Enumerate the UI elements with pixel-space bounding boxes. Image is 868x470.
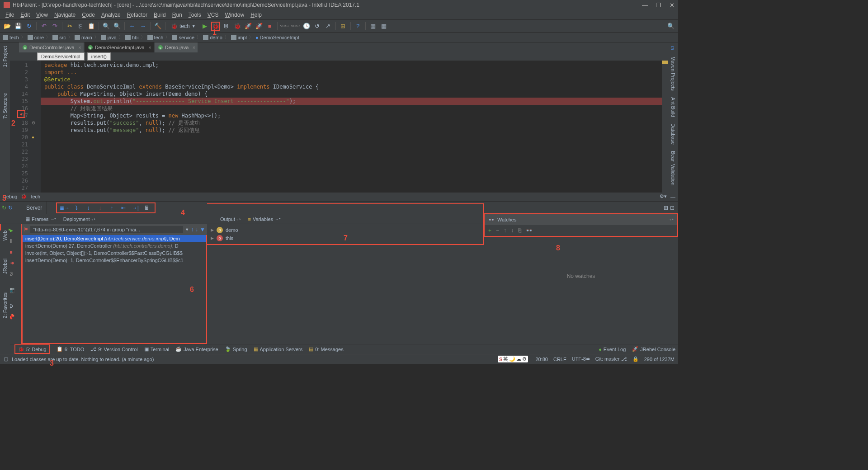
menu-run[interactable]: Run [170,11,185,19]
vcs-commit-icon[interactable]: VCS↑ [291,22,300,31]
update-icon[interactable]: ↻ [8,205,13,211]
settings-icon[interactable]: ⚙▾ [660,193,667,199]
profile-icon[interactable]: 🐞 [233,22,242,31]
jrebel-debug-icon[interactable]: 🚀 [255,22,264,31]
close-tab-icon[interactable]: × [193,45,195,50]
jrebel-tool-button[interactable]: JRebel [2,258,8,274]
menu-tools[interactable]: Tools [186,11,204,19]
editor-tab[interactable]: cDemoServiceImpl.java× [85,42,154,52]
maximize-button[interactable]: ❐ [656,2,661,9]
run-to-cursor-icon[interactable]: →| [130,203,140,213]
breadcrumb-item[interactable]: demo [203,35,222,40]
menu-help[interactable]: Help [248,11,264,19]
step-over-icon[interactable]: ⤵ [71,203,81,213]
coverage-icon[interactable]: ⛨ [222,22,231,31]
code-area[interactable]: package hbi.tech.service.demo.impl;impor… [41,61,662,193]
vcs-tool-button[interactable]: ⎇9: Version Control [90,346,137,352]
menu-view[interactable]: View [33,11,51,19]
variables-list[interactable]: ▶pdemo▶othis [207,224,483,244]
structure-icon[interactable]: ⊞ [339,22,348,31]
minimize-button[interactable]: — [642,2,648,9]
toggle-tools-icon[interactable]: ▢ [4,356,8,362]
messages-tool-button[interactable]: ▤0: Messages [309,346,343,352]
editor-body[interactable]: 12341415161718192021222324252627 ⊖● pack… [10,61,668,193]
vcs-push-icon[interactable]: ↗ [324,22,333,31]
close-button[interactable]: ✕ [670,2,675,9]
menu-vcs[interactable]: VCS [205,11,222,19]
save-icon[interactable]: 💾 [14,22,23,31]
cut-icon[interactable]: ✂ [65,22,74,31]
menu-file[interactable]: File [3,11,17,19]
thread-dropdown-icon[interactable]: ▼ [185,227,189,232]
editor-tab[interactable]: cDemo.java× [155,42,198,52]
rerun-icon[interactable]: ↻ [2,205,6,211]
step-into-icon[interactable]: ↓ [83,203,93,213]
memory-indicator[interactable]: 290 of 1237M [644,357,675,362]
line-separator[interactable]: CRLF [553,357,566,362]
search-everywhere-icon[interactable]: 🔍 [666,22,675,31]
step-out-icon[interactable]: ↑ [107,203,117,213]
remove-watch-icon[interactable]: − [496,227,499,234]
favorites-tool-button[interactable]: 2: Favorites [2,292,8,318]
nav-class[interactable]: DemoServiceImpl [37,52,85,61]
ant-tool-button[interactable]: Ant Build [670,95,676,119]
layout-icon[interactable]: ⊞ [664,205,668,211]
lock-icon[interactable]: 🔒 [632,356,639,362]
jrebel-console-button[interactable]: 🚀JRebel Console [632,346,675,352]
watches-collapse-icon[interactable]: →* [668,217,674,222]
event-log-button[interactable]: ●Event Log [599,347,626,352]
thread-selector[interactable]: "http-nio-8080-exec-10"@17,674 in group … [30,226,183,233]
force-step-into-icon[interactable]: ↓ [95,203,105,213]
menu-edit[interactable]: Edit [18,11,33,19]
menu-navigate[interactable]: Navigate [52,11,78,19]
frame-item[interactable]: insertDemo(Demo):27, DemoController (hbi… [23,242,206,249]
server-tab[interactable]: Server [22,202,47,214]
open-icon[interactable]: 📂 [3,22,12,31]
breadcrumb-item[interactable]: service [172,35,194,40]
breadcrumb-item[interactable]: tech [3,35,19,40]
ime-indicator[interactable]: S英🌙☁⚙ [498,356,528,362]
frame-item[interactable]: insertDemo(Demo):-1, DemoController$$Enh… [23,257,206,264]
vcs-revert-icon[interactable]: ↺ [313,22,322,31]
debug-icon[interactable]: 🐞 [211,22,220,31]
show-execution-icon[interactable]: ≣→ [60,203,70,213]
copy-icon[interactable]: ⎘ [76,22,85,31]
maven-tool-label[interactable]: Maven Projects [670,55,676,93]
build-icon[interactable]: 🔨 [153,22,162,31]
prev-frame-icon[interactable]: ↑ [191,226,193,233]
vcs-history-icon[interactable]: 🕓 [302,22,311,31]
web-tool-button[interactable]: Web [2,230,8,240]
frames-tab[interactable]: ▦Frames→* [22,216,60,222]
undo-icon[interactable]: ↶ [39,22,48,31]
replace-icon[interactable]: 🔍 [113,22,122,31]
encoding[interactable]: UTF-8≑ [572,356,590,362]
frame-item[interactable]: invoke(int, Object, Object[]):-1, DemoCo… [23,249,206,257]
add-watch-icon[interactable]: + [488,227,491,234]
menu-window[interactable]: Window [222,11,247,19]
vcs-update-icon[interactable]: VCS↓ [280,22,289,31]
breadcrumb-item[interactable]: hbi [125,35,139,40]
menu-analyze[interactable]: Analyze [99,11,123,19]
bean-validation-tool-button[interactable]: Bean Validation [670,149,676,187]
project-tool-button[interactable]: 1: Project [2,44,8,69]
back-icon[interactable]: ← [127,22,137,31]
next-frame-icon[interactable]: ↓ [195,226,198,233]
watch-up-icon[interactable]: ↑ [504,227,506,234]
drop-frame-icon[interactable]: ⇤ [118,203,128,213]
help-icon[interactable]: ? [354,22,363,31]
breadcrumb-item[interactable]: java [101,35,117,40]
xrebel-icon[interactable]: ▦ [379,22,388,31]
frame-item[interactable]: insert(Demo):20, DemoServiceImpl (hbi.te… [23,235,206,242]
menu-build[interactable]: Build [151,11,169,19]
variable-item[interactable]: ▶pdemo [211,226,479,234]
breadcrumb-item[interactable]: tech [147,35,164,40]
breadcrumb-item[interactable]: src [52,35,66,40]
sync-icon[interactable]: ↻ [24,22,33,31]
maven-tool-button[interactable]: m [670,44,676,52]
close-tab-icon[interactable]: × [148,45,151,50]
frames-list[interactable]: insert(Demo):20, DemoServiceImpl (hbi.te… [22,235,207,344]
jrebel-run-icon[interactable]: 🚀 [244,22,253,31]
minimize-panel-icon[interactable]: — [670,194,675,199]
run-icon[interactable]: ▶ [200,22,209,31]
database-tool-button[interactable]: Database [670,122,676,146]
